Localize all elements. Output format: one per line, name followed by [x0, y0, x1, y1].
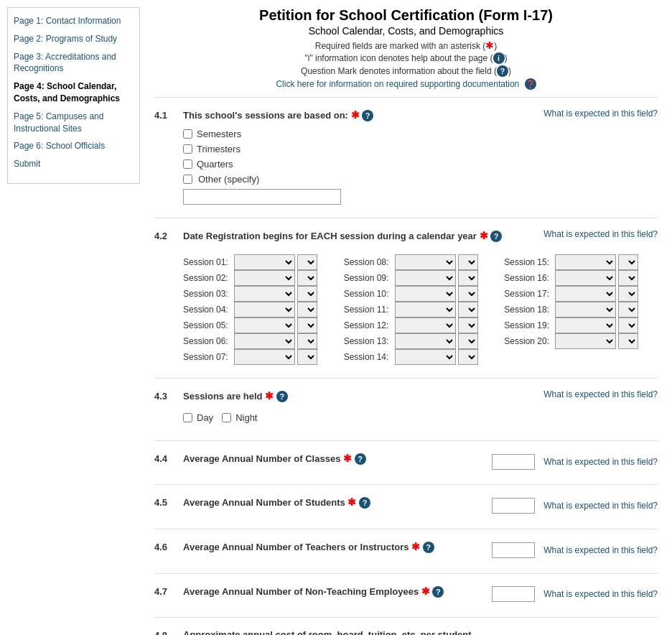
help-link-4-7[interactable]: What is expected in this field? — [543, 589, 658, 599]
session-month-10[interactable] — [395, 286, 456, 302]
session-month-06[interactable] — [234, 333, 295, 349]
section-body-4-6: Average Annual Number of Teachers or Ins… — [183, 540, 658, 560]
session-day-01[interactable] — [297, 254, 317, 270]
label-quarters[interactable]: Quarters — [197, 159, 233, 170]
help-icon-4-6[interactable]: ? — [423, 542, 434, 553]
session-day-14[interactable] — [458, 349, 478, 365]
checkbox-night-row: Night — [222, 412, 257, 423]
session-month-13[interactable] — [395, 333, 456, 349]
session-day-15[interactable] — [618, 254, 638, 270]
sidebar-item-1[interactable]: Page 1: Contact Information — [14, 15, 134, 27]
session-month-05[interactable] — [234, 318, 295, 333]
session-day-03[interactable] — [297, 286, 317, 302]
session-month-19[interactable] — [555, 318, 616, 333]
session-day-04[interactable] — [297, 302, 317, 318]
help-link-4-4[interactable]: What is expected in this field? — [543, 457, 658, 467]
label-day[interactable]: Day — [197, 412, 213, 423]
doc-info-icon[interactable]: ❓ — [525, 78, 536, 90]
session-day-09[interactable] — [458, 270, 478, 286]
session-row-03: Session 03: — [183, 286, 337, 302]
session-row-04: Session 04: — [183, 302, 337, 318]
session-row-06: Session 06: — [183, 333, 337, 349]
session-month-02[interactable] — [234, 270, 295, 286]
session-month-15[interactable] — [555, 254, 616, 270]
sidebar-item-3[interactable]: Page 3: Accreditations and Recognitions — [14, 51, 134, 75]
help-link-4-5[interactable]: What is expected in this field? — [543, 501, 658, 511]
label-trimesters[interactable]: Trimesters — [197, 144, 241, 154]
help-link-4-2[interactable]: What is expected in this field? — [543, 229, 658, 239]
session-month-17[interactable] — [555, 286, 616, 302]
session-month-01[interactable] — [234, 254, 295, 270]
session-day-16[interactable] — [618, 270, 638, 286]
session-month-16[interactable] — [555, 270, 616, 286]
session-day-12[interactable] — [458, 318, 478, 333]
help-icon-4-5[interactable]: ? — [359, 497, 370, 509]
session-month-04[interactable] — [234, 302, 295, 318]
sidebar: Page 1: Contact Information Page 2: Prog… — [7, 7, 140, 184]
session-label-04: Session 04: — [183, 305, 232, 315]
help-icon-4-7[interactable]: ? — [432, 586, 444, 598]
session-month-20[interactable] — [555, 333, 616, 349]
question-field-icon[interactable]: ? — [497, 65, 508, 77]
session-month-12[interactable] — [395, 318, 456, 333]
session-day-13[interactable] — [458, 333, 478, 349]
session-day-19[interactable] — [618, 318, 638, 333]
label-night[interactable]: Night — [235, 412, 257, 423]
session-month-07[interactable] — [234, 349, 295, 365]
page-title: Petition for School Certification (Form … — [154, 7, 658, 24]
help-link-4-1[interactable]: What is expected in this field? — [543, 108, 658, 119]
info-icon-note: "i" information icon denotes help about … — [154, 52, 658, 64]
session-day-18[interactable] — [618, 302, 638, 318]
other-specify-input[interactable] — [183, 189, 341, 205]
sidebar-item-6[interactable]: Page 6: School Officials — [14, 140, 134, 152]
session-day-06[interactable] — [297, 333, 317, 349]
session-month-14[interactable] — [395, 349, 456, 365]
question-icon-note: Question Mark denotes information about … — [154, 65, 658, 77]
sidebar-item-5[interactable]: Page 5: Campuses and Instructional Sites — [14, 111, 134, 135]
session-label-06: Session 06: — [183, 336, 232, 346]
help-link-4-6[interactable]: What is expected in this field? — [543, 545, 658, 555]
input-4-6[interactable] — [492, 542, 535, 558]
session-month-09[interactable] — [395, 270, 456, 286]
session-day-20[interactable] — [618, 333, 638, 349]
session-day-17[interactable] — [618, 286, 638, 302]
input-4-5[interactable] — [492, 498, 535, 514]
session-day-02[interactable] — [297, 270, 317, 286]
checkbox-semesters[interactable] — [183, 129, 192, 139]
doc-link[interactable]: Click here for information on required s… — [276, 79, 519, 89]
sessions-col-2: Session 08: Session 09: Session 10: — [344, 254, 498, 365]
session-day-10[interactable] — [458, 286, 478, 302]
checkbox-trimesters[interactable] — [183, 144, 192, 154]
help-link-4-3[interactable]: What is expected in this field? — [543, 389, 658, 399]
session-label-05: Session 05: — [183, 320, 232, 330]
session-day-11[interactable] — [458, 302, 478, 318]
checkbox-other[interactable] — [183, 175, 192, 184]
session-month-11[interactable] — [395, 302, 456, 318]
session-month-18[interactable] — [555, 302, 616, 318]
section-body-4-3: Sessions are held ✱ ? What is expected i… — [183, 389, 658, 427]
help-icon-4-3[interactable]: ? — [276, 391, 288, 402]
sidebar-item-submit[interactable]: Submit — [14, 158, 134, 170]
section-label-4-3: Sessions are held ✱ ? — [183, 389, 288, 404]
session-month-03[interactable] — [234, 286, 295, 302]
checkbox-quarters[interactable] — [183, 159, 192, 169]
label-other[interactable]: Other (specify) — [198, 174, 259, 185]
help-icon-4-4[interactable]: ? — [355, 453, 366, 465]
input-4-4[interactable] — [492, 454, 535, 470]
section-body-4-8: Approximate annual cost of room, board, … — [183, 629, 658, 635]
checkbox-day[interactable] — [183, 413, 192, 422]
session-month-08[interactable] — [395, 254, 456, 270]
input-4-7[interactable] — [492, 586, 535, 602]
section-body-4-5: Average Annual Number of Students ✱ ? Wh… — [183, 496, 658, 516]
sidebar-item-2[interactable]: Page 2: Programs of Study — [14, 33, 134, 45]
session-day-07[interactable] — [297, 349, 317, 365]
session-day-08[interactable] — [458, 254, 478, 270]
required-star-4-3: ✱ — [265, 390, 274, 402]
label-semesters[interactable]: Semesters — [197, 129, 241, 139]
info-page-icon[interactable]: i — [493, 52, 505, 64]
session-label-07: Session 07: — [183, 352, 232, 362]
session-day-05[interactable] — [297, 318, 317, 333]
help-icon-4-1[interactable]: ? — [362, 110, 373, 121]
help-icon-4-2[interactable]: ? — [490, 231, 502, 242]
checkbox-night[interactable] — [222, 413, 231, 422]
